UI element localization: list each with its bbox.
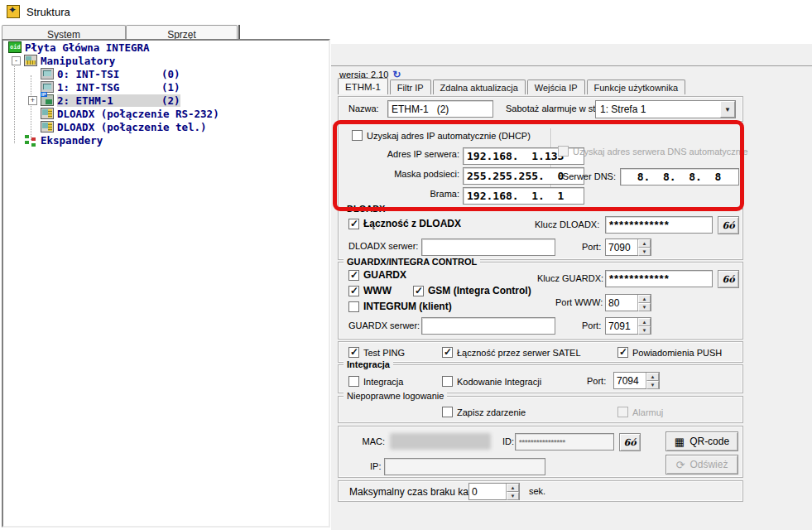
dloadx-key-value: ************ xyxy=(609,219,670,231)
collapse-icon[interactable]: - xyxy=(12,56,21,65)
reveal-dloadx-key-button[interactable]: 6ó xyxy=(718,216,739,234)
port-www-label: Port WWW: xyxy=(555,297,603,307)
dloadx-key-input[interactable]: ************ xyxy=(605,216,713,234)
tab-ethm1[interactable]: ETHM-1 xyxy=(338,78,388,94)
dloadx-group-label: DLOADX xyxy=(344,204,388,214)
spin-down-icon[interactable]: ▼ xyxy=(638,303,651,311)
dloadx-server-input[interactable] xyxy=(421,238,555,256)
lan-timeout-value: 0 xyxy=(469,484,506,499)
tree-item-manipulatory[interactable]: -Manipulatory xyxy=(3,54,329,67)
dns-server-label: Serwer DNS: xyxy=(558,171,616,181)
dhcp-checkbox[interactable] xyxy=(352,130,363,141)
log-event-checkbox[interactable] xyxy=(442,407,453,417)
guardx-server-input[interactable] xyxy=(421,317,555,335)
tree-item-text: Płyta Główna INTEGRA xyxy=(25,41,150,54)
tree-item-text: 1: INT-TSG(1) xyxy=(57,81,180,94)
dloadx-server-label: DLOADX serwer: xyxy=(348,241,418,251)
dhcp-label: Uzyskaj adres IP automatycznie (DHCP) xyxy=(367,131,531,141)
device-ip-input[interactable] xyxy=(384,458,545,475)
integrum-klient-checkbox[interactable] xyxy=(348,301,359,312)
struktura-window: Struktura System Sprzęt Płyta Główna INT… xyxy=(0,0,812,530)
tree-item-p-yta-g-wna-integra[interactable]: Płyta Główna INTEGRA xyxy=(3,41,329,54)
device-ip-label: IP: xyxy=(370,461,381,471)
spin-down-icon[interactable]: ▼ xyxy=(638,248,651,256)
tree-item-text: 0: INT-TSI(0) xyxy=(57,68,180,80)
tree-item-0-int-tsi[interactable]: 0: INT-TSI(0) xyxy=(3,67,329,80)
integration-checkbox[interactable] xyxy=(348,376,359,387)
qr-code-button[interactable]: ▦ QR-code xyxy=(665,431,738,451)
tab-filtr-ip[interactable]: Filtr IP xyxy=(390,80,431,94)
integration-encoding-checkbox[interactable] xyxy=(442,376,453,387)
hardware-tree: Płyta Główna INTEGRA-Manipulatory0: INT-… xyxy=(2,39,330,528)
ethm-icon xyxy=(41,94,54,106)
spin-up-icon[interactable]: ▲ xyxy=(638,318,651,326)
ethm-settings-panel: wersja: 2.10 ↻ ETHM-1 Filtr IP Zdalna ak… xyxy=(331,44,812,530)
spin-up-icon[interactable]: ▲ xyxy=(638,295,651,303)
guardx-checkbox[interactable] xyxy=(348,270,359,281)
guardx-port-value: 7091 xyxy=(606,318,637,334)
tab-zdalna-label: Zdalna aktualizacja xyxy=(440,83,518,93)
expand-icon[interactable]: + xyxy=(28,96,37,105)
tab-wejscia-label: Wejścia IP xyxy=(535,83,578,93)
tab-funkcje-uzytkownika[interactable]: Funkcje użytkownika xyxy=(587,80,686,94)
guardx-port-spinner[interactable]: 7091 ▲▼ xyxy=(605,317,651,335)
integration-label: Integracja xyxy=(363,377,403,387)
id-value: **************** xyxy=(519,438,565,446)
dns-auto-checkbox[interactable] xyxy=(558,146,569,157)
name-input[interactable]: ETHM-1 (2) xyxy=(387,100,493,118)
push-notifications-checkbox[interactable] xyxy=(617,347,628,358)
server-ip-label: Adres IP serwera: xyxy=(344,149,459,159)
dloadx-connection-label: Łączność z DLOADX xyxy=(363,218,461,229)
tab-wejscia-ip[interactable]: Wejścia IP xyxy=(527,80,585,94)
guardx-key-input[interactable]: ************ xyxy=(605,270,713,287)
lan-timeout-box: Maksymalny czas braku kabla LAN: 0 ▲▼ se… xyxy=(338,480,743,502)
gateway-input[interactable]: 192.168. 1. 1 xyxy=(463,187,584,205)
server-ip-value: 192.168. 1.133 xyxy=(467,150,564,162)
guardx-key-value: ************ xyxy=(609,272,670,285)
tree-item-dloadx-po-czenie-rs-232[interactable]: DLOADX (połączenie RS-232) xyxy=(3,107,329,120)
alarm-checkbox[interactable] xyxy=(617,407,628,417)
lan-timeout-spinner[interactable]: 0 ▲▼ xyxy=(468,483,520,500)
guardx-label: GUARDX xyxy=(363,269,406,281)
satel-server-checkbox[interactable] xyxy=(442,347,453,358)
www-checkbox[interactable] xyxy=(348,286,359,296)
tab-zdalna-aktualizacja[interactable]: Zdalna aktualizacja xyxy=(433,80,526,94)
mainboard-icon xyxy=(8,41,22,53)
dloadx-icon xyxy=(41,108,54,119)
tree-item-2-ethm-1[interactable]: +2: ETHM-1(2) xyxy=(3,94,329,107)
reveal-id-button[interactable]: 6ó xyxy=(619,433,641,451)
id-input[interactable]: **************** xyxy=(515,433,614,450)
gsm-integra-control-checkbox[interactable] xyxy=(413,286,424,296)
tree-item-dloadx-po-czenie-tel[interactable]: DLOADX (połączenie tel.) xyxy=(3,120,329,133)
spin-up-icon[interactable]: ▲ xyxy=(638,239,651,248)
push-notifications-label: Powiadomienia PUSH xyxy=(632,348,722,358)
dloadx-port-label: Port: xyxy=(582,242,601,252)
tree-item-ekspandery[interactable]: Ekspandery xyxy=(3,133,329,147)
panel-tab-bar: ETHM-1 Filtr IP Zdalna aktualizacja Wejś… xyxy=(338,78,687,94)
tamper-zone-select[interactable]: 1: Strefa 1 ▼ xyxy=(595,100,736,118)
qr-code-button-label: QR-code xyxy=(689,436,729,447)
spin-up-icon[interactable]: ▲ xyxy=(646,373,659,381)
integration-port-value: 7094 xyxy=(614,373,646,388)
reveal-guardx-key-button[interactable]: 6ó xyxy=(718,270,739,288)
window-title: Struktura xyxy=(26,6,70,18)
dloadx-connection-checkbox[interactable] xyxy=(348,219,359,229)
spin-down-icon[interactable]: ▼ xyxy=(646,381,659,389)
test-ping-checkbox[interactable] xyxy=(348,347,359,358)
satel-server-label: Łączność przez serwer SATEL xyxy=(457,348,581,358)
port-www-value: 80 xyxy=(606,295,637,311)
port-www-spinner[interactable]: 80 ▲▼ xyxy=(605,294,651,311)
spin-down-icon[interactable]: ▼ xyxy=(507,492,519,500)
integration-port-spinner[interactable]: 7094 ▲▼ xyxy=(613,372,660,389)
dns-server-input[interactable]: 8. 8. 8. 8 xyxy=(620,168,739,186)
integration-group-label: Integracja xyxy=(344,359,393,369)
tree-item-text: DLOADX (połączenie RS-232) xyxy=(57,108,219,120)
spin-down-icon[interactable]: ▼ xyxy=(638,326,651,335)
chevron-down-icon[interactable]: ▼ xyxy=(720,101,735,118)
ping-row-box: Test PING Łączność przez serwer SATEL Po… xyxy=(338,341,743,363)
dloadx-port-spinner[interactable]: 7090 ▲▼ xyxy=(605,238,651,256)
refresh-button[interactable]: ⟳ Odśwież xyxy=(665,455,738,475)
spin-up-icon[interactable]: ▲ xyxy=(507,484,519,492)
kdisp-icon xyxy=(41,81,54,93)
tree-item-1-int-tsg[interactable]: 1: INT-TSG(1) xyxy=(3,80,329,94)
